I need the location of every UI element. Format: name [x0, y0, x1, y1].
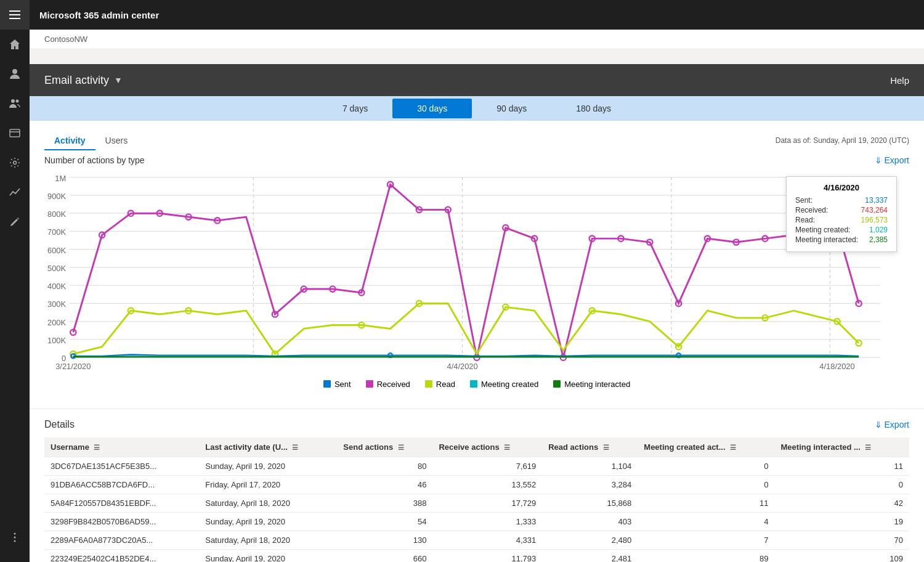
svg-point-76 — [856, 340, 861, 346]
cell-meeting-created: 4 — [638, 512, 774, 531]
hamburger-menu-icon[interactable] — [0, 0, 30, 30]
cell-meeting-interacted: 19 — [775, 512, 909, 531]
tooltip-date: 4/16/2020 — [795, 183, 888, 192]
legend-received-dot — [366, 380, 373, 388]
legend-meeting-interacted: Meeting interacted — [553, 380, 630, 389]
app-title: Microsoft 365 admin center — [39, 10, 159, 20]
svg-text:1M: 1M — [55, 174, 66, 183]
legend-sent: Sent — [323, 380, 351, 389]
svg-point-5 — [16, 100, 19, 103]
chart-export-button[interactable]: ⇓ Export — [875, 155, 909, 165]
svg-point-7 — [14, 161, 17, 165]
table-row[interactable]: 3DC67DAE1351ACF5E3B5... Sunday, April 19… — [44, 457, 909, 475]
tooltip-row-meeting-interacted: Meeting interacted: 2,385 — [795, 235, 888, 244]
chevron-down-icon[interactable]: ▼ — [114, 75, 123, 85]
people-icon[interactable] — [0, 89, 30, 118]
chart-wrapper: 1M 900K 800K 700K 600K 500K 400K 300K 20… — [44, 170, 909, 375]
cell-meeting-interacted: 70 — [775, 531, 909, 549]
svg-text:500K: 500K — [47, 264, 66, 273]
cell-read: 403 — [542, 512, 638, 531]
cell-receive: 13,552 — [432, 475, 542, 494]
period-selector: 7 days 30 days 90 days 180 days — [30, 96, 924, 121]
details-title: Details — [44, 419, 75, 430]
svg-text:4/4/2020: 4/4/2020 — [447, 362, 478, 371]
cell-send: 388 — [337, 494, 432, 512]
svg-text:800K: 800K — [47, 210, 66, 219]
chart-spacer — [30, 396, 924, 409]
details-download-icon: ⇓ — [875, 420, 882, 430]
billing-icon[interactable] — [0, 118, 30, 148]
reports-icon[interactable] — [0, 177, 30, 207]
cell-read: 2,481 — [542, 549, 638, 562]
cell-last-activity: Sunday, April 19, 2020 — [199, 457, 337, 475]
col-meeting-created[interactable]: Meeting created act... ☰ — [638, 438, 774, 457]
table-row[interactable]: 5A84F120557D84351EBDF... Saturday, April… — [44, 494, 909, 512]
col-username[interactable]: Username ☰ — [44, 438, 199, 457]
table-row[interactable]: 3298F9B842B0570B6AD59... Sunday, April 1… — [44, 512, 909, 531]
table-row[interactable]: 2289AF6A0A8773DC20A5... Saturday, April … — [44, 531, 909, 549]
sidebar — [0, 0, 30, 562]
tooltip-row-meeting-created: Meeting created: 1,029 — [795, 226, 888, 234]
svg-text:3/21/2020: 3/21/2020 — [55, 362, 91, 371]
settings-icon[interactable] — [0, 148, 30, 177]
period-7days[interactable]: 7 days — [318, 99, 392, 118]
tab-activity[interactable]: Activity — [44, 131, 95, 150]
tooltip-meetingcreated-value: 1,029 — [869, 226, 888, 234]
cell-meeting-created: 7 — [638, 531, 774, 549]
more-icon[interactable] — [0, 523, 30, 552]
table-row[interactable]: 223249E25402C41B52DE4... Sunday, April 1… — [44, 549, 909, 562]
help-button[interactable]: Help — [890, 75, 909, 86]
cell-last-activity: Saturday, April 18, 2020 — [199, 494, 337, 512]
col-read[interactable]: Read actions ☰ — [542, 438, 638, 457]
tooltip-read-label: Read: — [795, 216, 815, 224]
cell-receive: 17,729 — [432, 494, 542, 512]
legend-meetingcreated-label: Meeting created — [481, 380, 538, 389]
tooltip-sent-label: Sent: — [795, 196, 813, 205]
legend-meetingcreated-dot — [470, 380, 477, 388]
cell-send: 80 — [337, 457, 432, 475]
cell-meeting-created: 0 — [638, 457, 774, 475]
cell-username: 223249E25402C41B52DE4... — [44, 549, 199, 562]
tooltip-received-value: 743,264 — [861, 206, 888, 214]
cell-send: 660 — [337, 549, 432, 562]
legend-meeting-created: Meeting created — [470, 380, 538, 389]
period-30days[interactable]: 30 days — [392, 99, 472, 118]
svg-text:100K: 100K — [47, 336, 66, 345]
person-icon[interactable] — [0, 59, 30, 89]
col-meeting-interacted[interactable]: Meeting interacted ... ☰ — [775, 438, 909, 457]
spacer — [30, 49, 924, 64]
legend-received: Received — [366, 380, 410, 389]
period-90days[interactable]: 90 days — [472, 99, 551, 118]
cell-username: 3DC67DAE1351ACF5E3B5... — [44, 457, 199, 475]
chart-container: Activity Users Data as of: Sunday, April… — [30, 121, 924, 396]
svg-text:600K: 600K — [47, 246, 66, 255]
col-receive[interactable]: Receive actions ☰ — [432, 438, 542, 457]
main-content: Microsoft 365 admin center ContosoNW Ema… — [30, 0, 924, 562]
breadcrumb-text: ContosoNW — [44, 35, 87, 44]
tooltip-sent-value: 13,337 — [865, 196, 888, 205]
tooltip-read-value: 196,573 — [861, 216, 888, 224]
home-icon[interactable] — [0, 30, 30, 59]
legend-received-label: Received — [377, 380, 410, 389]
details-export-button[interactable]: ⇓ Export — [875, 420, 909, 430]
table-row[interactable]: 91DBA6ACC58B7CDA6FD... Friday, April 17,… — [44, 475, 909, 494]
cell-meeting-interacted: 42 — [775, 494, 909, 512]
cell-read: 15,868 — [542, 494, 638, 512]
chart-tooltip: 4/16/2020 Sent: 13,337 Received: 743,264… — [786, 176, 897, 252]
period-180days[interactable]: 180 days — [551, 99, 636, 118]
svg-text:700K: 700K — [47, 227, 66, 237]
chart-title: Number of actions by type — [44, 155, 145, 165]
details-header: Details ⇓ Export — [44, 419, 909, 430]
col-last-activity[interactable]: Last activity date (U... ☰ — [199, 438, 337, 457]
col-send[interactable]: Send actions ☰ — [337, 438, 432, 457]
sort-icon-meetinginteracted: ☰ — [865, 444, 871, 452]
table-header-row: Username ☰ Last activity date (U... ☰ Se… — [44, 438, 909, 457]
tab-users[interactable]: Users — [95, 131, 138, 150]
pen-icon[interactable] — [0, 207, 30, 237]
svg-text:200K: 200K — [47, 318, 66, 327]
cell-receive: 1,333 — [432, 512, 542, 531]
cell-meeting-interacted: 0 — [775, 475, 909, 494]
report-header-bar: Email activity ▼ Help — [30, 64, 924, 96]
topbar: Microsoft 365 admin center — [30, 0, 924, 30]
legend-meetinginteracted-dot — [553, 380, 561, 388]
